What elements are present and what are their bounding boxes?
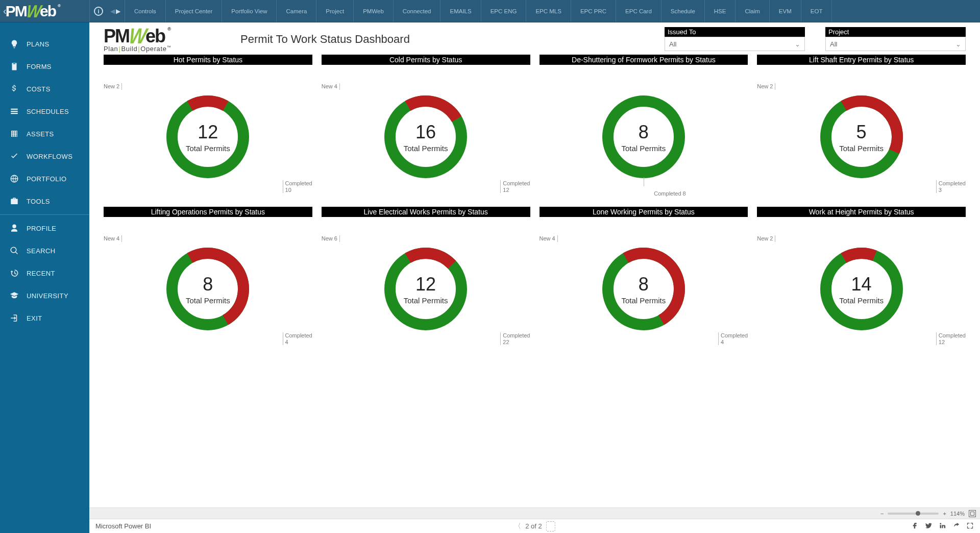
top-tab[interactable]: EPC Card (616, 0, 662, 22)
sidebar-item-label: EXIT (27, 314, 42, 322)
report-zoom-toolbar: − + 114% (89, 507, 980, 519)
callout-new: New 2 (104, 83, 122, 90)
top-tab[interactable]: Camera (277, 0, 316, 22)
top-tab[interactable]: Schedule (662, 0, 705, 22)
sidebar-item-plans[interactable]: PLANS (0, 33, 89, 55)
pager-prev-icon[interactable]: 〈 (514, 522, 521, 531)
zoom-slider[interactable] (888, 513, 939, 515)
top-tab[interactable]: Connected (394, 0, 441, 22)
donut-chart[interactable]: 5 Total PermitsNew 2Completed3 (757, 68, 966, 206)
callout-completed: Completed4 (718, 332, 748, 345)
filter-panel: Issued To All ⌄ Project All ⌄ (665, 27, 966, 51)
recent-icon (9, 268, 19, 278)
sidebar-item-forms[interactable]: FORMS (0, 55, 89, 78)
top-tab[interactable]: EPC MLS (526, 0, 571, 22)
top-tab[interactable]: EVM (770, 0, 801, 22)
sidebar-item-label: COSTS (27, 85, 51, 93)
callout-new: New 4 (540, 235, 558, 242)
donut-chart[interactable]: 8 Total PermitsNew 4Completed4 (540, 220, 748, 358)
sidebar-item-recent[interactable]: RECENT (0, 262, 89, 284)
donut-chart[interactable]: 16 Total PermitsNew 4Completed12 (322, 68, 530, 206)
donut-chart[interactable]: 8 Total PermitsCompleted 8 (540, 68, 748, 206)
top-tab[interactable]: Controls (125, 0, 166, 22)
grad-icon (9, 290, 19, 301)
filter-project-label: Project (825, 27, 966, 37)
linkedin-icon[interactable] (939, 522, 946, 531)
briefcase-icon (9, 196, 19, 206)
donut-chart[interactable]: 12 Total PermitsNew 6Completed22 (322, 220, 530, 358)
top-tab[interactable]: EMAILS (440, 0, 481, 22)
top-tab[interactable]: HSE (705, 0, 736, 22)
zoom-out-button[interactable]: − (880, 511, 884, 517)
chart-title: Lone Working Permits by Status (540, 207, 748, 217)
donut-chart[interactable]: 12 Total PermitsNew 2Completed10 (104, 68, 312, 206)
filter-issued-to-label: Issued To (665, 27, 805, 37)
svg-point-0 (172, 101, 243, 173)
callout-completed: Completed 8 (654, 190, 685, 197)
sidebar-item-assets[interactable]: ASSETS (0, 123, 89, 145)
nav-arrows: ◀ ▶ (110, 8, 120, 15)
filter-issued-to-dd[interactable]: All ⌄ (665, 37, 805, 51)
donut-chart[interactable]: 8 Total PermitsNew 4Completed4 (104, 220, 312, 358)
report-header: PMWeb® Plan|Build|Operate™ Permit To Wor… (104, 22, 966, 54)
top-tab[interactable]: Portfolio View (222, 0, 277, 22)
sidebar-item-costs[interactable]: COSTS (0, 78, 89, 100)
chevron-down-icon: ⌄ (955, 40, 961, 48)
dollar-icon (9, 84, 19, 94)
grid-icon (9, 129, 19, 139)
filter-issued-to-value: All (669, 40, 676, 48)
nav-prev-icon[interactable]: ◀ (110, 8, 115, 15)
top-icon-group: i ◀ ▶ (89, 0, 125, 22)
fullscreen-icon[interactable] (966, 522, 974, 531)
sidebar-separator (0, 214, 89, 215)
callout-new: New 2 (757, 235, 775, 242)
twitter-icon[interactable] (925, 522, 933, 531)
sidebar-item-workflows[interactable]: WORKFLOWS (0, 145, 89, 167)
sidebar-item-label: RECENT (27, 270, 55, 277)
top-tab[interactable]: EPC PRC (571, 0, 616, 22)
brand-logo[interactable]: ‹ PMWeb® (0, 0, 89, 22)
filter-project-value: All (830, 40, 837, 48)
clipboard-icon (9, 61, 19, 71)
sidebar-item-schedules[interactable]: SCHEDULES (0, 100, 89, 123)
callout-completed: Completed12 (500, 180, 530, 193)
share-icon[interactable] (952, 522, 960, 531)
callout-new: New 6 (322, 235, 340, 242)
sidebar-item-label: UNIVERSITY (27, 292, 68, 300)
brand-wordmark: PMWeb® (6, 3, 56, 20)
powerbi-footer: Microsoft Power BI 〈 2 of 2 (89, 519, 980, 533)
sidebar-item-portfolio[interactable]: PORTFOLIO (0, 167, 89, 190)
sidebar-item-label: TOOLS (27, 198, 50, 205)
donut-chart[interactable]: 14 Total PermitsNew 2Completed12 (757, 220, 966, 358)
facebook-icon[interactable] (911, 522, 919, 531)
pager-page-picker[interactable] (546, 521, 555, 531)
report-logo: PMWeb® Plan|Build|Operate™ (104, 26, 221, 53)
callout-new: New 4 (322, 83, 340, 90)
sidebar-item-exit[interactable]: EXIT (0, 307, 89, 329)
powerbi-brand: Microsoft Power BI (95, 522, 151, 530)
report-canvas: PMWeb® Plan|Build|Operate™ Permit To Wor… (89, 22, 980, 507)
sidebar-item-label: PROFILE (27, 225, 56, 232)
top-tab[interactable]: EPC ENG (481, 0, 527, 22)
chart-title: Lift Shaft Entry Permits by Status (757, 55, 966, 65)
sidebar-item-profile[interactable]: PROFILE (0, 217, 89, 239)
nav-next-icon[interactable]: ▶ (116, 8, 120, 15)
sidebar-item-tools[interactable]: TOOLS (0, 190, 89, 212)
chart-title: Live Electrical Works Permits by Status (322, 207, 530, 217)
top-tab[interactable]: EOT (801, 0, 832, 22)
fit-to-page-icon[interactable] (969, 510, 976, 517)
top-tab[interactable]: Project (316, 0, 354, 22)
top-tab[interactable]: Claim (736, 0, 769, 22)
top-tab[interactable]: PMWeb (354, 0, 394, 22)
info-icon[interactable]: i (94, 7, 103, 16)
sidebar-item-university[interactable]: UNIVERSITY (0, 284, 89, 307)
filter-project-dd[interactable]: All ⌄ (825, 37, 966, 51)
check-icon (9, 151, 19, 161)
top-tab[interactable]: Project Center (166, 0, 223, 22)
callout-new: New 4 (104, 235, 122, 242)
zoom-in-button[interactable]: + (943, 511, 946, 517)
charts-row-1: 12 Total PermitsNew 2Completed1016 Total… (104, 68, 966, 206)
search-icon (9, 246, 19, 256)
callout-completed: Completed10 (283, 180, 312, 193)
sidebar-item-search[interactable]: SEARCH (0, 239, 89, 262)
